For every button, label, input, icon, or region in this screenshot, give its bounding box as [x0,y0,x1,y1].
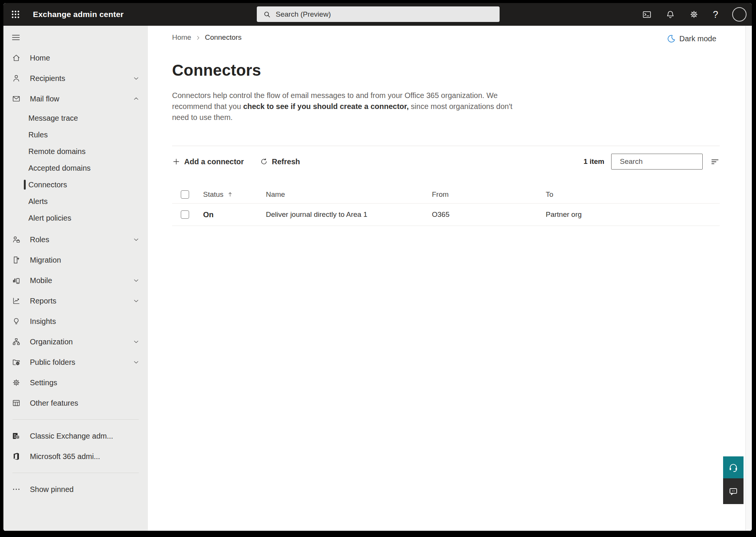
list-toolbar: Add a connector Refresh 1 item [172,153,720,170]
scrollbar-track[interactable] [745,26,752,531]
sidebar-item-label: Home [30,54,50,62]
sidebar-item-microsoft-365-admin[interactable]: Microsoft 365 admi... [3,446,148,467]
toolbar-divider [172,146,720,146]
bell-icon [666,10,675,19]
topbar-search[interactable] [257,6,500,22]
sidebar-item-home[interactable]: Home [3,48,148,68]
sidebar-item-label: Other features [30,399,78,408]
table-header-row: Status Name From To [172,185,720,204]
sidebar-item-show-pinned[interactable]: Show pinned [3,479,148,500]
filter-button[interactable] [710,157,720,167]
topbar-search-input[interactable] [276,6,500,22]
sidebar-item-alert-policies[interactable]: Alert policies [3,210,148,226]
sidebar-item-label: Classic Exchange adm... [30,432,113,440]
connectors-table: Status Name From To [172,185,720,226]
person-icon [12,74,21,83]
sidebar-item-rules[interactable]: Rules [3,126,148,143]
hamburger-icon [11,33,21,42]
sidebar-item-other-features[interactable]: Other features [3,393,148,413]
chevron-right-icon [195,35,201,41]
sidebar-item-classic-exchange-admin[interactable]: Classic Exchange adm... [3,426,148,446]
sidebar-divider [12,419,139,420]
column-header-name[interactable]: Name [266,190,432,199]
sidebar-item-message-trace[interactable]: Message trace [3,110,148,126]
sidebar-item-mail-flow[interactable]: Mail flow [3,89,148,109]
sidebar-item-remote-domains[interactable]: Remote domains [3,143,148,160]
list-search[interactable] [611,154,703,170]
support-button[interactable] [723,456,744,478]
sidebar-item-label: Microsoft 365 admi... [30,452,100,461]
table-icon [12,398,21,408]
description-link-text[interactable]: check to see if you should create a conn… [243,102,409,111]
row-from-cell: O365 [432,210,546,219]
status-value: On [203,210,214,219]
floating-buttons [723,456,744,504]
exchange-admin-center-window: Exchange admin center [3,3,752,531]
headset-icon [728,462,739,473]
item-count: 1 item [584,157,604,166]
column-header-from[interactable]: From [432,190,546,199]
gear-icon [12,378,21,387]
sidebar-item-settings[interactable]: Settings [3,372,148,393]
help-button[interactable]: ? [713,10,718,19]
powershell-button[interactable] [642,10,652,19]
topbar: Exchange admin center [3,3,752,26]
sidebar-item-public-folders[interactable]: Public folders [3,352,148,372]
m365-logo-icon [12,452,21,461]
sidebar-item-insights[interactable]: Insights [3,311,148,332]
add-connector-label: Add a connector [184,157,244,166]
notifications-button[interactable] [666,10,675,19]
filter-lines-icon [710,157,720,167]
breadcrumb: Home Connectors [172,33,745,42]
row-checkbox[interactable] [181,210,189,219]
account-button[interactable] [732,7,747,22]
header-checkbox-cell [172,190,203,199]
chevron-down-icon [133,277,140,284]
chevron-down-icon [133,338,140,345]
sidebar-item-label: Public folders [30,358,75,367]
dark-mode-toggle[interactable]: Dark mode [667,34,716,43]
refresh-icon [260,157,268,166]
sidebar-item-reports[interactable]: Reports [3,291,148,311]
sidebar-item-organization[interactable]: Organization [3,332,148,352]
column-header-to[interactable]: To [546,190,720,199]
sidebar-item-roles[interactable]: Roles [3,229,148,250]
sidebar-item-alerts[interactable]: Alerts [3,193,148,210]
breadcrumb-home[interactable]: Home [172,33,191,42]
refresh-label: Refresh [272,157,300,166]
nav-collapse-button[interactable] [11,33,21,42]
moon-icon [667,34,676,43]
column-header-status[interactable]: Status [203,190,266,199]
table-row[interactable]: On Deliver journal directly to Area 1 O3… [172,204,720,226]
row-name-cell[interactable]: Deliver journal directly to Area 1 [266,210,432,219]
sidebar-item-migration[interactable]: Migration [3,250,148,270]
app-title: Exchange admin center [33,10,124,19]
select-all-checkbox[interactable] [181,190,189,199]
app-launcher-icon [11,9,20,19]
sidebar-item-mobile[interactable]: Mobile [3,270,148,291]
mail-icon [12,94,21,103]
sidebar-item-accepted-domains[interactable]: Accepted domains [3,160,148,176]
breadcrumb-current: Connectors [205,33,242,42]
mobile-icon [12,276,21,285]
description-line: need to use them. [172,112,745,123]
page-title: Connectors [172,61,745,79]
roles-icon [12,235,21,244]
sidebar-item-label: Roles [30,235,49,244]
mail-flow-sublist: Message trace Rules Remote domains Accep… [3,110,148,226]
add-connector-button[interactable]: Add a connector [172,157,244,166]
sidebar: Home Recipients Mail flow [3,26,148,531]
feedback-button[interactable] [723,478,744,504]
list-search-input[interactable] [620,157,713,166]
sort-ascending-icon [227,191,233,198]
chat-bubble-icon [728,486,738,496]
screenshot-frame: Exchange admin center [0,0,756,537]
settings-button[interactable] [689,9,699,19]
sidebar-item-connectors[interactable]: Connectors [3,176,148,193]
main-content: Home Connectors Dark mode Connectors Con… [148,26,745,531]
sidebar-item-label: Reports [30,297,56,305]
sidebar-item-recipients[interactable]: Recipients [3,68,148,89]
refresh-button[interactable]: Refresh [260,157,300,166]
row-checkbox-cell [172,210,203,219]
app-launcher-button[interactable] [6,5,25,23]
